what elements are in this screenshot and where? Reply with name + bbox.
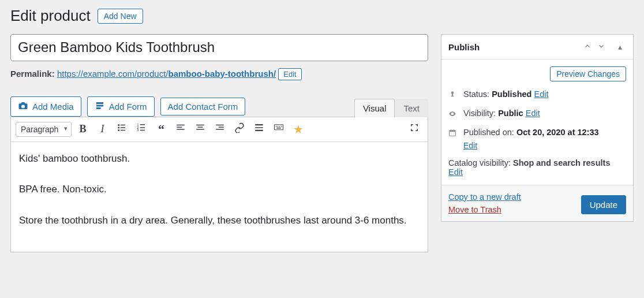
readmore-button[interactable]	[250, 121, 268, 138]
status-value: Published	[492, 90, 531, 99]
quote-icon: “	[158, 122, 164, 137]
bullet-list-button[interactable]	[113, 121, 130, 138]
copy-to-draft-link[interactable]: Copy to a new draft	[448, 192, 521, 202]
calendar-icon	[448, 129, 458, 139]
content-paragraph: BPA free. Non-toxic.	[19, 182, 420, 197]
italic-button[interactable]: I	[93, 121, 111, 138]
permalink-edit-button[interactable]: Edit	[278, 68, 301, 80]
svg-rect-14	[177, 129, 185, 131]
svg-rect-17	[197, 129, 205, 131]
svg-rect-18	[216, 125, 224, 126]
readmore-icon	[254, 122, 264, 136]
preview-changes-button[interactable]: Preview Changes	[550, 66, 626, 81]
svg-rect-5	[121, 130, 125, 131]
tab-text[interactable]: Text	[395, 99, 428, 117]
editor-box: Paragraph B I 123 “	[10, 117, 428, 252]
svg-rect-26	[278, 126, 279, 127]
toggle-box-button[interactable]: ▴	[613, 40, 626, 53]
tab-visual[interactable]: Visual	[354, 99, 395, 117]
format-select[interactable]: Paragraph	[16, 122, 72, 137]
svg-rect-12	[177, 125, 185, 126]
number-list-icon: 123	[136, 122, 147, 136]
keyboard-icon	[273, 122, 284, 136]
product-title-input[interactable]	[10, 34, 428, 61]
page-title: Edit product	[10, 7, 91, 25]
published-on-label: Published on:	[463, 128, 514, 137]
svg-rect-20	[216, 129, 224, 131]
pin-icon	[448, 91, 458, 100]
visibility-value: Public	[498, 109, 523, 118]
star-icon: ★	[293, 122, 304, 136]
svg-text:3: 3	[137, 128, 139, 132]
align-center-button[interactable]	[192, 121, 209, 138]
bold-button[interactable]: B	[74, 121, 91, 138]
content-paragraph: Store the toothbrush in a dry area. Gene…	[19, 213, 420, 228]
link-icon	[234, 122, 245, 136]
align-right-icon	[215, 122, 225, 136]
fullscreen-icon	[409, 122, 420, 136]
svg-rect-25	[276, 126, 277, 127]
svg-rect-23	[256, 130, 264, 131]
catalog-edit-link[interactable]: Edit	[448, 167, 463, 177]
svg-rect-3	[121, 128, 125, 129]
svg-rect-28	[281, 126, 282, 127]
svg-rect-32	[451, 129, 451, 131]
chevron-up-icon	[583, 42, 591, 52]
link-button[interactable]	[231, 121, 248, 138]
svg-rect-13	[177, 127, 182, 128]
chevron-down-icon	[597, 42, 605, 52]
align-left-icon	[175, 122, 186, 136]
fullscreen-button[interactable]	[406, 121, 423, 138]
svg-rect-9	[140, 128, 145, 129]
form-icon	[95, 100, 105, 113]
move-down-button[interactable]	[595, 40, 608, 53]
status-edit-link[interactable]: Edit	[534, 90, 549, 99]
favorite-button[interactable]: ★	[290, 121, 307, 138]
permalink-label: Permalink:	[10, 69, 55, 79]
editor-content[interactable]: Kids' bamboo toothbrush. BPA free. Non-t…	[11, 142, 428, 252]
number-list-button[interactable]: 123	[133, 121, 150, 138]
add-contact-form-button[interactable]: Add Contact Form	[160, 98, 246, 116]
add-form-label: Add Form	[109, 102, 147, 111]
svg-rect-16	[198, 127, 203, 128]
toolbar-toggle-button[interactable]	[270, 121, 287, 138]
align-left-button[interactable]	[172, 121, 189, 138]
content-paragraph: Kids' bamboo toothbrush.	[19, 151, 420, 166]
svg-rect-29	[277, 128, 282, 129]
move-up-button[interactable]	[581, 40, 594, 53]
blockquote-button[interactable]: “	[152, 121, 170, 138]
svg-point-0	[118, 124, 120, 126]
visibility-label: Visibility:	[463, 109, 496, 118]
svg-rect-24	[275, 125, 283, 130]
add-media-label: Add Media	[32, 102, 74, 111]
svg-rect-27	[279, 126, 280, 127]
svg-rect-33	[454, 129, 454, 131]
caret-up-icon: ▴	[618, 42, 622, 51]
permalink-url[interactable]: https://example.com/product/bamboo-baby-…	[57, 69, 276, 79]
add-new-button[interactable]: Add New	[98, 9, 143, 24]
publish-box: Publish ▴ Preview Changes Status:	[441, 34, 634, 222]
add-contact-form-label: Add Contact Form	[168, 102, 238, 111]
svg-rect-1	[121, 125, 125, 126]
svg-rect-31	[450, 131, 456, 132]
published-edit-link[interactable]: Edit	[463, 141, 477, 150]
align-right-button[interactable]	[211, 121, 229, 138]
add-form-button[interactable]: Add Form	[87, 96, 155, 117]
svg-rect-19	[219, 127, 224, 128]
svg-rect-7	[140, 124, 145, 125]
align-center-icon	[195, 122, 205, 136]
catalog-value: Shop and search results	[513, 158, 610, 167]
svg-rect-11	[140, 130, 145, 131]
add-media-button[interactable]: Add Media	[10, 96, 81, 117]
svg-rect-15	[197, 125, 205, 126]
published-on-value: Oct 20, 2020 at 12:33	[516, 128, 599, 137]
visibility-edit-link[interactable]: Edit	[526, 109, 540, 118]
bullet-list-icon	[117, 122, 127, 136]
editor-toolbar: Paragraph B I 123 “	[11, 117, 428, 142]
svg-rect-22	[256, 128, 264, 129]
svg-point-2	[118, 127, 120, 129]
eye-icon	[448, 110, 458, 120]
update-button[interactable]: Update	[581, 195, 626, 214]
move-to-trash-link[interactable]: Move to Trash	[448, 205, 521, 214]
svg-rect-21	[256, 124, 264, 125]
